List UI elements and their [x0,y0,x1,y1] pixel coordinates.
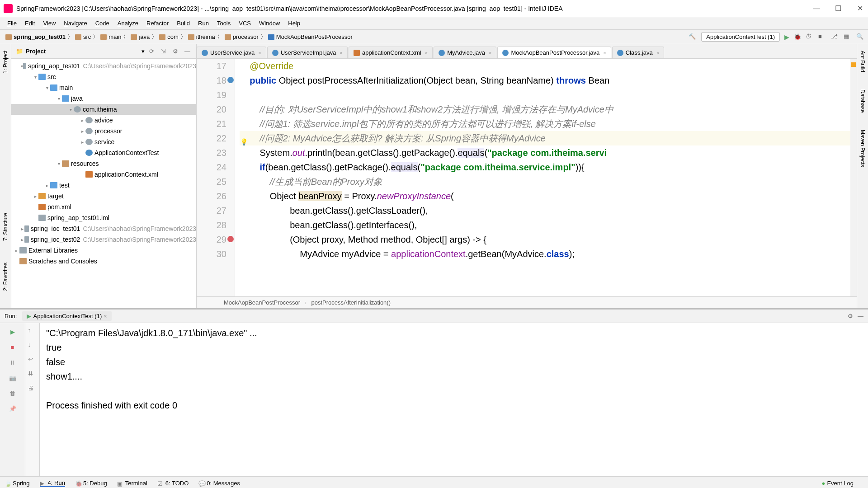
scroll-icon[interactable]: ⇊ [28,370,37,379]
pause-button[interactable]: ⏸ [8,357,18,367]
breadcrumb-item[interactable]: com [157,33,180,41]
bottom-tab[interactable]: ▣Terminal [117,480,147,487]
editor-tab[interactable]: applicationContext.xml× [349,47,433,58]
tree-node[interactable]: ▸spring_ioc_test02C:\Users\haohao\Spring… [11,234,196,245]
run-toolbar-left2: ↑ ↓ ↩ ⇊ 🖨 [25,323,40,476]
breadcrumb-item[interactable]: src [73,33,93,41]
clear-button[interactable]: 🗑 [8,388,18,398]
down-icon[interactable]: ↓ [28,341,37,350]
menu-tools[interactable]: Tools [213,19,234,28]
search-button[interactable]: 🔍 [856,33,864,41]
gear-icon[interactable]: ⚙ [173,48,180,55]
tree-node[interactable]: spring_aop_test01.iml [11,212,196,223]
bottom-tab[interactable]: 🐞5: Debug [75,480,107,487]
menu-refactor[interactable]: Refactor [143,19,172,28]
project-pane-title: Project [26,48,142,55]
tree-node[interactable]: ▸processor [11,126,196,136]
code-editor[interactable]: 171819202122💡2324252627282930 @Override … [197,59,857,296]
menu-edit[interactable]: Edit [21,19,38,28]
tree-node[interactable]: ▾main [11,82,196,93]
breadcrumb-item[interactable]: main [99,33,123,41]
close-icon[interactable]: × [104,313,107,319]
breadcrumb-item[interactable]: MockAopBeanPostProcessor [266,33,354,41]
crumb-method[interactable]: postProcessAfterInitialization() [311,299,391,306]
tree-node[interactable]: ▸advice [11,115,196,126]
project-tree[interactable]: ▾spring_aop_test01C:\Users\haohao\Spring… [11,59,196,308]
bottom-tab[interactable]: ▶4: Run [40,479,65,487]
menu-view[interactable]: View [39,19,59,28]
bottom-tab[interactable]: 💬0: Messages [198,480,240,487]
tree-node[interactable]: ApplicationContextTest [11,147,196,158]
breadcrumb-item[interactable]: java [129,33,151,41]
tree-node[interactable]: ▸service [11,136,196,147]
event-log-button[interactable]: ●Event Log [822,480,854,487]
window-titlebar: SpringFramework2023 [C:\Users\haohao\Spr… [0,0,868,17]
menu-run[interactable]: Run [194,19,212,28]
build-icon[interactable]: 🔨 [689,33,697,41]
rerun-button[interactable]: ▶ [8,327,18,337]
ant-tool-tab[interactable]: Ant Build [859,49,867,74]
debug-button[interactable]: 🐞 [794,33,801,40]
tree-node[interactable]: ▾src [11,71,196,82]
breadcrumb-item[interactable]: processor [223,33,260,41]
collapse-icon[interactable]: ⇲ [161,48,168,55]
breadcrumb-item[interactable]: spring_aop_test01 [4,33,67,41]
index-button[interactable]: ▦ [844,33,852,41]
refresh-icon[interactable]: ⟳ [149,48,156,55]
maven-tool-tab[interactable]: Maven Projects [859,128,867,169]
tree-node[interactable]: ▾resources [11,158,196,169]
tree-node[interactable]: Scratches and Consoles [11,256,196,267]
run-tab[interactable]: ▶ ApplicationContextTest (1) × [22,311,111,321]
run-gear-icon[interactable]: ⚙ [848,313,853,319]
run-button[interactable]: ▶ [784,33,789,41]
menu-analyze[interactable]: Analyze [114,19,142,28]
favorites-tool-tab[interactable]: 2: Favorites [1,261,9,293]
tree-node[interactable]: ▸spring_ioc_test01C:\Users\haohao\Spring… [11,223,196,234]
editor-tab[interactable]: UserService.java× [197,47,266,58]
dump-button[interactable]: 📷 [8,373,18,383]
menu-vcs[interactable]: VCS [235,19,255,28]
pin-button[interactable]: 📌 [8,404,18,413]
menu-help[interactable]: Help [284,19,304,28]
menu-build[interactable]: Build [173,19,193,28]
stop-button[interactable]: ■ [818,33,826,41]
bottom-tab[interactable]: 🍃Spring [5,480,30,487]
bottom-tab[interactable]: ☑6: TODO [157,480,189,487]
editor-scrollbar[interactable] [850,59,857,296]
console-output[interactable]: "C:\Program Files\Java\jdk1.8.0_171\bin\… [40,323,868,476]
tree-node[interactable]: ▾spring_aop_test01C:\Users\haohao\Spring… [11,61,196,71]
tree-node[interactable]: applicationContext.xml [11,169,196,180]
editor-tab[interactable]: UserServiceImpl.java× [267,47,348,58]
minimize-button[interactable]: — [812,4,821,13]
hide-icon[interactable]: — [184,48,192,55]
print-icon[interactable]: 🖨 [28,385,37,394]
vcs-button[interactable]: ⎇ [831,33,839,41]
dropdown-icon[interactable]: ▾ [142,48,145,55]
up-icon[interactable]: ↑ [28,327,37,336]
run-config-select[interactable]: ApplicationContextTest (1) [701,32,780,42]
editor-tab[interactable]: MyAdvice.java× [434,47,496,58]
editor-tab[interactable]: Class.java× [612,47,664,58]
menu-window[interactable]: Window [255,19,283,28]
tree-node[interactable]: ▸target [11,191,196,202]
profile-button[interactable]: ⏱ [806,33,814,41]
run-hide-icon[interactable]: — [858,313,863,319]
tree-node[interactable]: ▸External Libraries [11,245,196,256]
project-tool-tab[interactable]: 1: Project [1,49,9,75]
tree-node[interactable]: ▸test [11,180,196,191]
tree-node[interactable]: pom.xml [11,202,196,212]
crumb-class[interactable]: MockAopBeanPostProcessor [224,299,300,306]
tree-node[interactable]: ▾com.itheima [11,104,196,115]
menu-navigate[interactable]: Navigate [60,19,90,28]
wrap-icon[interactable]: ↩ [28,356,37,365]
structure-tool-tab[interactable]: 7: Structure [1,211,9,243]
close-button[interactable]: ✕ [855,4,864,13]
stop-run-button[interactable]: ■ [8,342,18,352]
menu-code[interactable]: Code [92,19,113,28]
database-tool-tab[interactable]: Database [859,88,867,114]
tree-node[interactable]: ▾java [11,93,196,104]
editor-tab[interactable]: MockAopBeanPostProcessor.java× [497,47,611,58]
breadcrumb-item[interactable]: itheima [186,33,217,41]
maximize-button[interactable]: ☐ [834,4,843,13]
menu-file[interactable]: File [4,19,20,28]
